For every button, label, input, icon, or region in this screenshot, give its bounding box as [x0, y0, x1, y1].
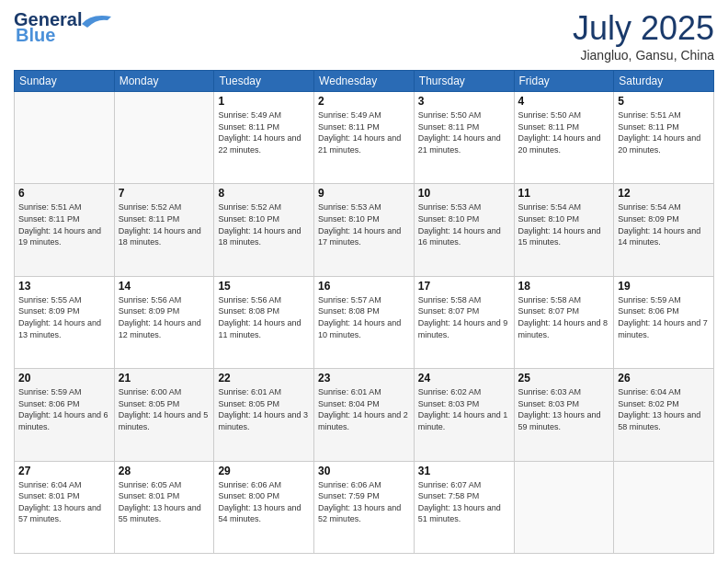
day-number: 28: [119, 465, 210, 477]
calendar-cell: 27Sunrise: 6:04 AM Sunset: 8:01 PM Dayli…: [15, 461, 115, 553]
calendar-day-header: Wednesday: [314, 71, 415, 92]
calendar-day-header: Saturday: [614, 71, 714, 92]
day-info: Sunrise: 6:04 AM Sunset: 8:01 PM Dayligh…: [18, 479, 110, 525]
day-number: 16: [318, 280, 410, 293]
day-info: Sunrise: 5:54 AM Sunset: 8:10 PM Dayligh…: [518, 201, 610, 247]
calendar-day-header: Tuesday: [214, 71, 314, 92]
day-info: Sunrise: 5:53 AM Sunset: 8:10 PM Dayligh…: [418, 201, 510, 247]
calendar-cell: [114, 92, 214, 184]
day-number: 12: [618, 187, 710, 200]
day-info: Sunrise: 6:02 AM Sunset: 8:03 PM Dayligh…: [418, 386, 510, 432]
logo: General Blue: [14, 9, 111, 46]
calendar-week-row: 6Sunrise: 5:51 AM Sunset: 8:11 PM Daylig…: [15, 184, 714, 276]
day-info: Sunrise: 5:49 AM Sunset: 8:11 PM Dayligh…: [218, 109, 310, 155]
calendar-cell: [614, 461, 714, 553]
day-info: Sunrise: 6:07 AM Sunset: 7:58 PM Dayligh…: [418, 479, 510, 525]
day-info: Sunrise: 5:59 AM Sunset: 8:06 PM Dayligh…: [618, 294, 710, 340]
calendar-cell: 22Sunrise: 6:01 AM Sunset: 8:05 PM Dayli…: [214, 369, 314, 461]
calendar-cell: 2Sunrise: 5:49 AM Sunset: 8:11 PM Daylig…: [314, 92, 415, 184]
title-block: July 2025 Jiangluo, Gansu, China: [573, 9, 714, 63]
day-info: Sunrise: 5:55 AM Sunset: 8:09 PM Dayligh…: [18, 294, 110, 340]
calendar-cell: 21Sunrise: 6:00 AM Sunset: 8:05 PM Dayli…: [114, 369, 214, 461]
day-info: Sunrise: 6:06 AM Sunset: 7:59 PM Dayligh…: [318, 479, 410, 525]
calendar-week-row: 1Sunrise: 5:49 AM Sunset: 8:11 PM Daylig…: [15, 92, 714, 184]
calendar-cell: 31Sunrise: 6:07 AM Sunset: 7:58 PM Dayli…: [414, 461, 514, 553]
calendar-cell: 14Sunrise: 5:56 AM Sunset: 8:09 PM Dayli…: [114, 276, 214, 368]
calendar-cell: 20Sunrise: 5:59 AM Sunset: 8:06 PM Dayli…: [15, 369, 115, 461]
day-number: 25: [518, 372, 610, 385]
calendar-cell: 10Sunrise: 5:53 AM Sunset: 8:10 PM Dayli…: [414, 184, 514, 276]
day-number: 5: [618, 95, 710, 108]
calendar-cell: 23Sunrise: 6:01 AM Sunset: 8:04 PM Dayli…: [314, 369, 415, 461]
day-number: 13: [18, 280, 110, 293]
day-number: 18: [518, 280, 610, 293]
calendar-cell: 19Sunrise: 5:59 AM Sunset: 8:06 PM Dayli…: [614, 276, 714, 368]
calendar-week-row: 20Sunrise: 5:59 AM Sunset: 8:06 PM Dayli…: [15, 369, 714, 461]
day-info: Sunrise: 5:57 AM Sunset: 8:08 PM Dayligh…: [318, 294, 410, 340]
day-number: 27: [18, 465, 110, 477]
calendar-cell: 24Sunrise: 6:02 AM Sunset: 8:03 PM Dayli…: [414, 369, 514, 461]
day-number: 31: [418, 465, 510, 477]
day-info: Sunrise: 5:52 AM Sunset: 8:10 PM Dayligh…: [218, 201, 310, 247]
day-number: 21: [119, 372, 210, 385]
day-number: 15: [218, 280, 310, 293]
day-number: 3: [418, 95, 510, 108]
day-number: 29: [218, 465, 310, 477]
location-subtitle: Jiangluo, Gansu, China: [573, 48, 714, 63]
calendar-cell: 7Sunrise: 5:52 AM Sunset: 8:11 PM Daylig…: [114, 184, 214, 276]
page-header: General Blue July 2025 Jiangluo, Gansu, …: [14, 9, 714, 63]
calendar-cell: 13Sunrise: 5:55 AM Sunset: 8:09 PM Dayli…: [15, 276, 115, 368]
day-info: Sunrise: 5:54 AM Sunset: 8:09 PM Dayligh…: [618, 201, 710, 247]
month-title: July 2025: [573, 9, 714, 48]
day-number: 7: [119, 187, 210, 200]
calendar-cell: 25Sunrise: 6:03 AM Sunset: 8:03 PM Dayli…: [514, 369, 614, 461]
calendar-cell: 4Sunrise: 5:50 AM Sunset: 8:11 PM Daylig…: [514, 92, 614, 184]
day-number: 22: [218, 372, 310, 385]
calendar-day-header: Sunday: [15, 71, 115, 92]
day-number: 2: [318, 95, 410, 108]
day-number: 30: [318, 465, 410, 477]
calendar-cell: 15Sunrise: 5:56 AM Sunset: 8:08 PM Dayli…: [214, 276, 314, 368]
day-number: 1: [218, 95, 310, 108]
day-info: Sunrise: 6:05 AM Sunset: 8:01 PM Dayligh…: [119, 479, 210, 525]
calendar-cell: 17Sunrise: 5:58 AM Sunset: 8:07 PM Dayli…: [414, 276, 514, 368]
day-number: 14: [119, 280, 210, 293]
day-info: Sunrise: 5:56 AM Sunset: 8:08 PM Dayligh…: [218, 294, 310, 340]
calendar-cell: [15, 92, 115, 184]
day-number: 9: [318, 187, 410, 200]
day-info: Sunrise: 5:50 AM Sunset: 8:11 PM Dayligh…: [518, 109, 610, 155]
day-number: 11: [518, 187, 610, 200]
calendar-day-header: Friday: [514, 71, 614, 92]
day-number: 24: [418, 372, 510, 385]
calendar-cell: 1Sunrise: 5:49 AM Sunset: 8:11 PM Daylig…: [214, 92, 314, 184]
day-info: Sunrise: 5:50 AM Sunset: 8:11 PM Dayligh…: [418, 109, 510, 155]
day-info: Sunrise: 6:04 AM Sunset: 8:02 PM Dayligh…: [618, 386, 710, 432]
calendar-table: SundayMondayTuesdayWednesdayThursdayFrid…: [14, 70, 714, 554]
logo-wing-icon: [82, 11, 111, 29]
day-number: 10: [418, 187, 510, 200]
day-number: 20: [18, 372, 110, 385]
calendar-cell: 5Sunrise: 5:51 AM Sunset: 8:11 PM Daylig…: [614, 92, 714, 184]
calendar-day-header: Thursday: [414, 71, 514, 92]
day-info: Sunrise: 6:06 AM Sunset: 8:00 PM Dayligh…: [218, 479, 310, 525]
day-number: 17: [418, 280, 510, 293]
day-info: Sunrise: 5:58 AM Sunset: 8:07 PM Dayligh…: [518, 294, 610, 340]
day-info: Sunrise: 5:53 AM Sunset: 8:10 PM Dayligh…: [318, 201, 410, 247]
calendar-cell: 3Sunrise: 5:50 AM Sunset: 8:11 PM Daylig…: [414, 92, 514, 184]
day-info: Sunrise: 5:59 AM Sunset: 8:06 PM Dayligh…: [18, 386, 110, 432]
calendar-week-row: 13Sunrise: 5:55 AM Sunset: 8:09 PM Dayli…: [15, 276, 714, 368]
calendar-cell: 9Sunrise: 5:53 AM Sunset: 8:10 PM Daylig…: [314, 184, 415, 276]
logo-blue: Blue: [16, 25, 55, 46]
calendar-cell: [514, 461, 614, 553]
calendar-cell: 26Sunrise: 6:04 AM Sunset: 8:02 PM Dayli…: [614, 369, 714, 461]
day-info: Sunrise: 5:58 AM Sunset: 8:07 PM Dayligh…: [418, 294, 510, 340]
calendar-week-row: 27Sunrise: 6:04 AM Sunset: 8:01 PM Dayli…: [15, 461, 714, 553]
calendar-cell: 29Sunrise: 6:06 AM Sunset: 8:00 PM Dayli…: [214, 461, 314, 553]
calendar-day-header: Monday: [114, 71, 214, 92]
calendar-cell: 28Sunrise: 6:05 AM Sunset: 8:01 PM Dayli…: [114, 461, 214, 553]
day-number: 8: [218, 187, 310, 200]
day-info: Sunrise: 5:51 AM Sunset: 8:11 PM Dayligh…: [18, 201, 110, 247]
calendar-cell: 8Sunrise: 5:52 AM Sunset: 8:10 PM Daylig…: [214, 184, 314, 276]
day-info: Sunrise: 6:03 AM Sunset: 8:03 PM Dayligh…: [518, 386, 610, 432]
day-info: Sunrise: 6:00 AM Sunset: 8:05 PM Dayligh…: [119, 386, 210, 432]
